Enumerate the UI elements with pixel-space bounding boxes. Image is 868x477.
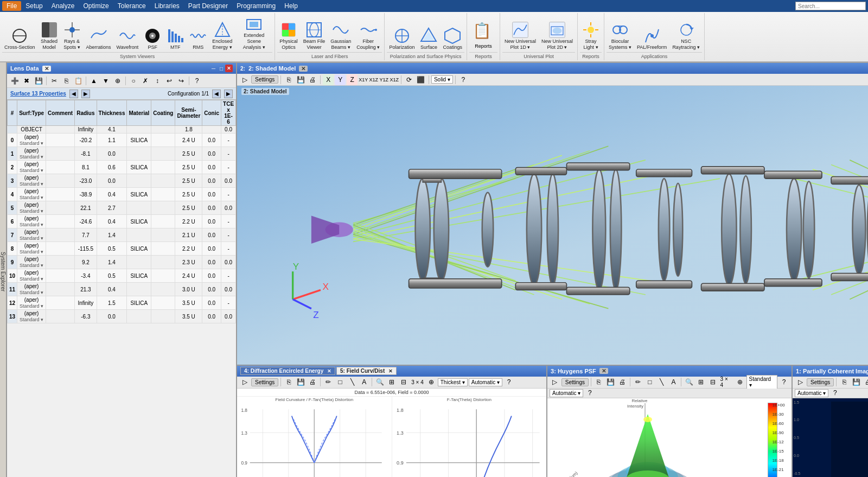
menu-programming[interactable]: Programming <box>232 1 280 11</box>
psf-text-btn[interactable]: A <box>668 377 679 387</box>
tab-diffraction[interactable]: 4: Diffraction Encircled Energy ✕ <box>240 367 335 375</box>
cell-type[interactable]: (aper)Standard ▾ <box>17 215 46 228</box>
cell-tce[interactable]: - <box>221 188 236 201</box>
cross-section-button[interactable]: Cross-Section <box>2 26 37 52</box>
cell-semi-diam[interactable]: 2.1 U <box>175 228 202 242</box>
psf-print-btn[interactable]: 🖨 <box>617 377 628 387</box>
cell-material[interactable] <box>127 201 151 215</box>
psf-pencil-btn[interactable]: ✏ <box>633 377 643 387</box>
cell-thickness[interactable]: 0.4 <box>97 215 127 228</box>
cell-thickness[interactable]: 4.1 <box>97 126 127 133</box>
cell-type[interactable]: (aper)Standard ▾ <box>17 256 46 269</box>
lens-down-btn[interactable]: ▼ <box>100 75 111 86</box>
beam-file-viewer-button[interactable]: Beam FileViewer <box>301 20 328 52</box>
menu-help[interactable]: Help <box>280 1 302 11</box>
cell-conic[interactable]: 0.0 <box>202 310 221 323</box>
table-row[interactable]: 1 (aper)Standard ▾ -8.1 0.0 2.5 U 0.0 - <box>8 147 236 161</box>
shaded-model-close-tab[interactable]: ✕ <box>299 66 308 72</box>
wavefront-button[interactable]: Wavefront <box>114 26 141 52</box>
fc-circle-btn[interactable]: ⊕ <box>426 377 437 387</box>
cell-material[interactable] <box>127 147 151 161</box>
tab-field-close[interactable]: ✕ <box>388 368 393 374</box>
pcia-help2-btn[interactable]: ? <box>829 387 840 398</box>
psf-auto-dropdown[interactable]: Automatic ▾ <box>550 389 583 397</box>
sm-z-btn[interactable]: Z <box>347 74 358 85</box>
cell-material[interactable] <box>127 174 151 188</box>
menu-setup[interactable]: Setup <box>21 1 47 11</box>
lens-x-btn[interactable]: ✗ <box>140 75 151 86</box>
lens-up-btn[interactable]: ▲ <box>88 75 99 86</box>
tab-diff-close[interactable]: ✕ <box>327 368 331 374</box>
cell-tce[interactable]: 0.0 <box>221 174 236 188</box>
table-row[interactable]: 9 (aper)Standard ▾ 9.2 1.4 2.3 U 0.0 0.0 <box>8 256 236 269</box>
pcia-save-btn[interactable]: 💾 <box>851 377 861 387</box>
sm-copy-btn[interactable]: ⎘ <box>283 74 294 85</box>
biocular-button[interactable]: BiocularSystems ▾ <box>607 20 634 52</box>
cell-material[interactable]: SILICA <box>127 269 151 283</box>
cell-radius[interactable]: 21.3 <box>75 283 97 296</box>
cell-thickness[interactable]: 0.4 <box>97 283 127 296</box>
cell-radius[interactable]: Infinity <box>75 126 97 133</box>
cell-radius[interactable]: -38.9 <box>75 188 97 201</box>
cell-radius[interactable]: -3.4 <box>75 269 97 283</box>
cell-semi-diam[interactable]: 2.3 U <box>175 256 202 269</box>
sm-save-btn[interactable]: 💾 <box>295 74 306 85</box>
lens-table-container[interactable]: # Surf:Type Comment Radius Thickness Mat… <box>7 100 236 477</box>
cell-type[interactable]: (aper)Standard ▾ <box>17 228 46 242</box>
cell-material[interactable]: SILICA <box>127 188 151 201</box>
psf-help-btn[interactable]: ? <box>778 377 789 387</box>
table-row[interactable]: 2 (aper)Standard ▾ 8.1 0.6 SILICA 2.5 U … <box>8 161 236 174</box>
fc-pencil-btn[interactable]: ✏ <box>323 377 334 387</box>
lens-undo-btn[interactable]: ↩ <box>164 75 175 86</box>
table-row[interactable]: 3 (aper)Standard ▾ -23.0 0.0 2.5 U 0.0 0… <box>8 174 236 188</box>
surface-button[interactable]: Surface <box>418 26 439 52</box>
cell-semi-diam[interactable]: 3.5 U <box>175 296 202 310</box>
cell-material[interactable] <box>127 228 151 242</box>
table-row[interactable]: 0 (aper)Standard ▾ -20.2 1.1 SILICA 2.4 … <box>8 133 236 147</box>
cell-radius[interactable]: Infinity <box>75 296 97 310</box>
psf-help2-btn[interactable]: ? <box>584 387 595 398</box>
psf-scale-btn[interactable]: ⊞ <box>695 377 706 387</box>
lens-copy-btn[interactable]: ⎘ <box>61 75 72 86</box>
cell-radius[interactable]: 8.1 <box>75 161 97 174</box>
psf-line-btn[interactable]: ╲ <box>656 377 667 387</box>
psf-close-tab[interactable]: ✕ <box>599 368 608 374</box>
cell-semi-diam[interactable]: 2.2 U <box>175 215 202 228</box>
table-row[interactable]: 11 (aper)Standard ▾ 21.3 0.4 3.0 U 0.0 0… <box>8 283 236 296</box>
cell-type[interactable]: (aper)Standard ▾ <box>17 161 46 174</box>
fc-scale-btn[interactable]: ⊞ <box>386 377 397 387</box>
fc-settings-btn[interactable]: Settings <box>251 378 278 386</box>
sm-settings-btn[interactable]: Settings <box>251 75 278 84</box>
cell-semi-diam[interactable]: 2.5 U <box>175 188 202 201</box>
cell-thickness[interactable]: 1.5 <box>97 296 127 310</box>
fiber-coupling-button[interactable]: FiberCoupling ▾ <box>354 20 382 52</box>
cell-radius[interactable]: -115.5 <box>75 242 97 256</box>
table-row[interactable]: 7 (aper)Standard ▾ 7.7 1.4 2.1 U 0.0 - <box>8 228 236 242</box>
lens-redo-btn[interactable]: ↪ <box>176 75 187 86</box>
cell-semi-diam[interactable]: 2.4 U <box>175 269 202 283</box>
cell-material[interactable] <box>127 310 151 323</box>
lens-add-btn[interactable]: ➕ <box>9 75 20 86</box>
lens-data-close[interactable]: ✕ <box>225 65 233 72</box>
cell-radius[interactable]: -6.3 <box>75 310 97 323</box>
menu-analyze[interactable]: Analyze <box>47 1 79 11</box>
cell-type[interactable]: (aper)Standard ▾ <box>17 269 46 283</box>
fc-print-btn[interactable]: 🖨 <box>307 377 318 387</box>
pcia-print-btn[interactable]: 🖨 <box>863 377 868 387</box>
cell-radius[interactable]: -24.6 <box>75 215 97 228</box>
cell-material[interactable]: SILICA <box>127 161 151 174</box>
rms-button[interactable]: RMS <box>187 26 209 52</box>
cell-radius[interactable]: -23.0 <box>75 174 97 188</box>
cell-thickness[interactable]: 0.0 <box>97 174 127 188</box>
sm-rotate-btn[interactable]: ⟳ <box>404 74 414 85</box>
cell-semi-diam[interactable]: 1.8 <box>175 126 202 133</box>
mtf-button[interactable]: MTF <box>164 26 186 52</box>
cell-semi-diam[interactable]: 2.2 U <box>175 242 202 256</box>
psf-config-btn[interactable]: ⊟ <box>707 377 718 387</box>
physical-optics-button[interactable]: PhysicalOptics <box>277 20 300 52</box>
psf-copy-btn[interactable]: ⎘ <box>593 377 604 387</box>
cell-radius[interactable]: -20.2 <box>75 133 97 147</box>
cell-conic[interactable]: 0.0 <box>202 296 221 310</box>
cell-thickness[interactable]: 2.7 <box>97 201 127 215</box>
cell-conic[interactable]: 0.0 <box>202 215 221 228</box>
